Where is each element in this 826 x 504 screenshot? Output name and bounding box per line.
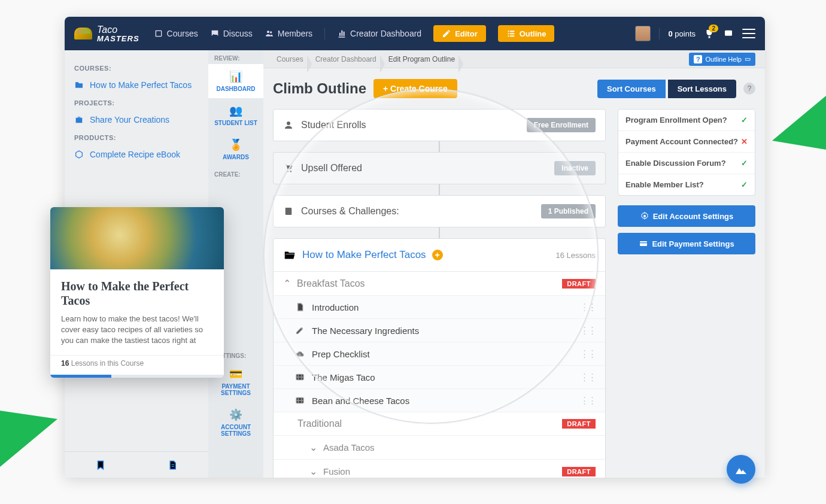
course-card-image — [50, 207, 224, 269]
book-icon — [283, 206, 294, 217]
fab-button[interactable] — [727, 455, 755, 484]
lesson-row[interactable]: Introduction⋮⋮ — [274, 296, 605, 319]
svg-rect-9 — [640, 241, 647, 246]
stage-enroll[interactable]: Student EnrollsFree Enrollment — [273, 109, 606, 141]
book-icon — [154, 29, 163, 38]
members-icon — [265, 29, 274, 38]
add-lesson-icon[interactable]: + — [432, 250, 443, 260]
card-icon — [639, 239, 648, 248]
outline-column: Student EnrollsFree Enrollment Upsell Of… — [273, 109, 606, 478]
user-icon — [283, 120, 294, 130]
editor-button[interactable]: Editor — [433, 25, 486, 42]
tab-awards[interactable]: 🏅AWARDS — [208, 132, 263, 166]
gear-icon: ⚙️ — [211, 408, 261, 421]
sidebar-project-item[interactable]: Share Your Creations — [74, 111, 199, 128]
bookmark-icon[interactable] — [95, 460, 106, 470]
chart-icon: 📊 — [211, 70, 261, 83]
check-icon: ✓ — [741, 116, 748, 125]
nav-courses[interactable]: Courses — [154, 29, 198, 38]
points: 0 points — [668, 29, 696, 38]
drag-handle-icon[interactable]: ⋮⋮ — [580, 395, 596, 406]
popup-icon: ▭ — [745, 55, 751, 63]
video-icon — [295, 372, 305, 382]
folder-open-icon — [283, 248, 296, 262]
brand-logo[interactable]: Taco MASTERS — [74, 25, 139, 42]
crumb-courses[interactable]: Courses — [273, 55, 312, 63]
stage-upsell[interactable]: Upsell OfferedInactive — [273, 152, 606, 184]
brand-line1: Taco — [97, 25, 139, 35]
lesson-row[interactable]: Prep Checklist⋮⋮ — [274, 342, 605, 366]
gear-icon — [640, 211, 649, 221]
course-header[interactable]: How to Make Perfect Tacos + 16 Lessons — [274, 239, 605, 272]
menu-icon[interactable] — [742, 29, 755, 38]
course-card-popup[interactable]: How to Make the Perfect Tacos Learn how … — [50, 207, 224, 378]
status-payment[interactable]: Payment Account Connected?✕ — [618, 131, 755, 153]
sort-lessons-button[interactable]: Sort Lessons — [668, 80, 736, 98]
drag-handle-icon[interactable]: ⋮⋮ — [580, 372, 596, 382]
tab-student-list[interactable]: 👥STUDENT LIST — [208, 98, 263, 132]
drag-handle-icon[interactable]: ⋮⋮ — [580, 302, 596, 312]
drag-handle-icon[interactable]: ⋮⋮ — [580, 325, 596, 336]
lesson-row[interactable]: Bean and Cheese Tacos⋮⋮ — [274, 389, 605, 412]
list-icon — [506, 29, 516, 38]
user-avatar[interactable] — [635, 26, 651, 41]
page-title: Climb Outline — [273, 80, 366, 97]
crumb-current: Edit Program Outline — [385, 55, 463, 63]
main-panel: Courses Creator Dashboard Edit Program O… — [263, 50, 765, 478]
sidebar-product-item[interactable]: Complete Recipe eBook — [74, 146, 199, 163]
edit-payment-button[interactable]: Edit Payment Settings — [618, 233, 755, 254]
crumb-dashboard[interactable]: Creator Dashboard — [312, 55, 385, 63]
status-forum[interactable]: Enable Discussion Forum?✓ — [618, 153, 755, 174]
section-fusion[interactable]: ⌄FusionDRAFT — [274, 460, 605, 478]
decor-triangle-left — [0, 411, 57, 467]
outline-help-button[interactable]: ?Outline Help▭ — [689, 53, 755, 66]
nav-members[interactable]: Members — [265, 29, 312, 38]
status-members[interactable]: Enable Member List?✓ — [618, 174, 755, 195]
lesson-row[interactable]: The Necessary Ingredients⋮⋮ — [274, 319, 605, 342]
notifications[interactable]: 2 — [704, 28, 715, 39]
status-enrollment[interactable]: Program Enrollment Open?✓ — [618, 110, 755, 131]
top-nav: Courses Discuss Members Creator Dashboar… — [154, 25, 555, 42]
page-icon — [295, 302, 305, 312]
sidebar-course-item[interactable]: How to Make Perfect Tacos — [74, 77, 199, 93]
sidebar-footer — [65, 451, 208, 478]
section-asada[interactable]: ⌄Asada Tacos — [274, 436, 605, 460]
nav-creator-dashboard[interactable]: Creator Dashboard — [337, 29, 421, 38]
nav-discuss[interactable]: Discuss — [210, 29, 253, 38]
check-icon: ✓ — [741, 159, 748, 168]
lesson-row[interactable]: The Migas Taco⋮⋮ — [274, 366, 605, 389]
svg-point-0 — [267, 31, 269, 33]
section-breakfast[interactable]: ⌃Breakfast TacosDRAFT — [274, 272, 605, 296]
stage-courses[interactable]: Courses & Challenges:1 Published — [273, 195, 606, 227]
create-course-button[interactable]: + Create Course — [373, 79, 457, 98]
document-icon[interactable] — [167, 460, 178, 470]
sort-courses-button[interactable]: Sort Courses — [597, 80, 666, 98]
tab-dashboard[interactable]: 📊DASHBOARD — [208, 64, 263, 98]
breadcrumbs: Courses Creator Dashboard Edit Program O… — [263, 50, 765, 68]
section-traditional[interactable]: TraditionalDRAFT — [274, 412, 605, 436]
draft-badge: DRAFT — [562, 279, 596, 289]
edit-account-button[interactable]: Edit Account Settings — [618, 205, 755, 227]
topbar: Taco MASTERS Courses Discuss Members Cre… — [65, 17, 765, 50]
help-icon[interactable]: ? — [743, 83, 755, 95]
chat-icon — [210, 29, 220, 38]
help-icon: ? — [694, 55, 702, 63]
progress-bar — [50, 375, 224, 378]
svg-point-1 — [270, 31, 272, 33]
status-box: Program Enrollment Open?✓ Payment Accoun… — [618, 109, 755, 196]
chevron-down-icon: ⌄ — [309, 466, 317, 477]
drag-handle-icon[interactable]: ⋮⋮ — [580, 348, 596, 359]
medal-icon: 🏅 — [211, 138, 261, 151]
svg-point-4 — [287, 171, 289, 172]
chart-icon — [337, 29, 347, 38]
outline-button[interactable]: Outline — [498, 25, 555, 42]
tab-account-settings[interactable]: ⚙️ACCOUNT SETTINGS — [208, 402, 263, 443]
award-icon[interactable] — [723, 28, 734, 39]
taco-icon — [74, 28, 92, 40]
check-icon: ✓ — [741, 180, 748, 189]
course-card-desc: Learn how to make the best tacos! We'll … — [61, 314, 213, 347]
nav-separator — [324, 28, 325, 40]
sidebar-projects-label: PROJECTS: — [74, 99, 199, 107]
course-card-title: How to Make the Perfect Tacos — [61, 279, 213, 308]
chevron-up-icon: ⌃ — [283, 278, 291, 289]
